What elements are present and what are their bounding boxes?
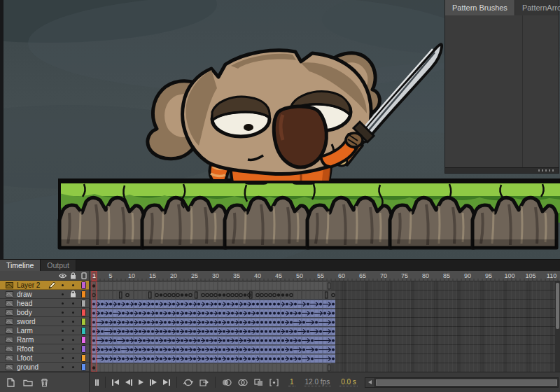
layer-visibility-toggle[interactable] [57,330,68,332]
layer-row-draw[interactable]: draw [0,290,89,299]
layer-type-icon [6,346,13,352]
layer-name[interactable]: ground [17,363,47,371]
frames-grid[interactable] [90,281,560,372]
layer-row-head[interactable]: head [0,299,89,308]
layer-visibility-toggle[interactable] [57,366,68,368]
layer-row-rarm[interactable]: Rarm [0,335,89,344]
layer-name[interactable]: Lfoot [17,354,47,362]
layer-name[interactable]: Rfoot [17,345,47,353]
animate-app: Pattern BrushesPatternArrow TimelineOutp… [0,0,560,392]
svg-text:110: 110 [547,272,556,279]
layer-visibility-toggle[interactable] [57,284,68,286]
timeline-vertical-scrollbar-thumb[interactable] [556,283,559,329]
panel-tab-patternarrow[interactable]: PatternArrow [515,0,560,15]
layer-visibility-toggle[interactable] [57,302,68,304]
layer-lock-toggle[interactable] [68,348,78,350]
layer-outline-color-swatch[interactable] [78,318,89,326]
svg-text:25: 25 [191,272,198,279]
layer-name[interactable]: Larm [17,327,47,335]
layer-outline-color-swatch[interactable] [78,327,89,335]
layer-row-larm[interactable]: Larm [0,326,89,335]
layer-outline-color-swatch[interactable] [78,354,89,362]
tab-timeline[interactable]: Timeline [0,260,41,271]
layer-outline-color-swatch[interactable] [78,363,89,371]
layer-outline-color-swatch[interactable] [78,345,89,353]
play-button[interactable] [136,377,146,387]
layer-type-icon [6,300,13,307]
layer-lock-toggle[interactable] [68,330,78,332]
go-to-first-frame-button[interactable] [110,377,121,388]
layer-outline-color-swatch[interactable] [78,300,89,307]
layer-visibility-toggle[interactable] [57,357,68,359]
layer-visibility-toggle[interactable] [57,321,68,323]
layer-row-ground[interactable]: ground [0,363,89,372]
layer-lock-toggle[interactable] [68,302,78,304]
layer-visibility-toggle[interactable] [57,339,68,341]
layer-name[interactable]: Rarm [17,336,47,344]
timeline-ruler[interactable]: 5101520253035404550556065707580859095100… [90,271,560,281]
layer-outline-color-swatch[interactable] [78,281,89,289]
step-forward-button[interactable] [148,377,159,388]
layer-visibility-toggle[interactable] [57,348,68,350]
lock-unlock-all-layers-button[interactable] [68,272,78,279]
svg-text:60: 60 [338,272,345,279]
svg-text:45: 45 [275,272,282,279]
modify-markers-button[interactable] [267,377,281,388]
center-frame-button[interactable] [93,377,101,388]
scroll-left-button[interactable] [365,378,375,387]
panel-resize-grip[interactable] [538,169,555,172]
layer-lock-toggle[interactable] [68,357,78,359]
show-hide-all-layers-button[interactable] [57,273,68,279]
frame-actions-button[interactable] [197,376,211,388]
svg-text:90: 90 [464,272,471,279]
frame-rate-field[interactable]: 12.0 fps [304,378,332,386]
panel-column-divider [522,15,523,168]
current-frame-field[interactable]: 1 [288,378,295,386]
onion-skin-button[interactable] [220,377,234,388]
elapsed-time-field[interactable]: 0.0 s [340,378,358,386]
layer-type-icon [6,318,13,325]
layer-visibility-toggle[interactable] [57,312,68,314]
layer-row-body[interactable]: body [0,308,89,317]
layer-row-rfoot[interactable]: Rfoot [0,344,89,354]
layer-lock-toggle[interactable] [68,312,78,314]
layer-outline-color-swatch[interactable] [78,309,89,316]
layer-lock-toggle[interactable] [68,339,78,341]
layer-row-lfoot[interactable]: Lfoot [0,354,89,363]
panel-tab-pattern-brushes[interactable]: Pattern Brushes [445,0,515,15]
layer-lock-toggle[interactable] [68,284,78,286]
scrollbar-thumb[interactable] [376,379,557,386]
layer-lock-toggle[interactable] [68,290,78,298]
lock-icon [70,290,76,298]
timeline-horizontal-scrollbar[interactable] [365,377,559,388]
layer-lock-toggle[interactable] [68,321,78,323]
ground-platform[interactable] [58,178,560,248]
step-back-button[interactable] [123,377,134,388]
layer-name[interactable]: head [17,300,47,307]
onion-skin-outlines-button[interactable] [236,377,250,388]
layer-outline-color-swatch[interactable] [78,336,89,344]
outline-all-layers-button[interactable] [78,272,89,279]
layer-row-layer-2[interactable]: Layer 2 [0,281,89,290]
layer-visibility-toggle[interactable] [57,293,68,295]
pencil-icon [48,281,56,289]
delete-layer-button[interactable] [41,378,48,387]
layer-name[interactable]: Layer 2 [17,281,47,289]
new-folder-button[interactable] [23,379,33,386]
frames-column: 5101520253035404550556065707580859095100… [90,271,560,372]
layer-name[interactable]: sword [17,318,47,326]
layer-name[interactable]: body [17,309,47,316]
svg-text:70: 70 [380,272,387,279]
svg-text:105: 105 [525,272,536,279]
go-to-last-frame-button[interactable] [161,377,172,388]
layer-lock-toggle[interactable] [68,366,78,368]
layer-outline-color-swatch[interactable] [78,290,89,298]
pattern-panel-body[interactable] [445,15,559,168]
layer-row-sword[interactable]: sword [0,317,89,326]
loop-button[interactable] [181,377,195,388]
layer-type-icon [6,328,13,334]
edit-multiple-frames-button[interactable] [252,377,265,388]
layer-name[interactable]: draw [17,290,47,298]
new-layer-button[interactable] [6,378,15,387]
tab-output[interactable]: Output [41,260,76,271]
